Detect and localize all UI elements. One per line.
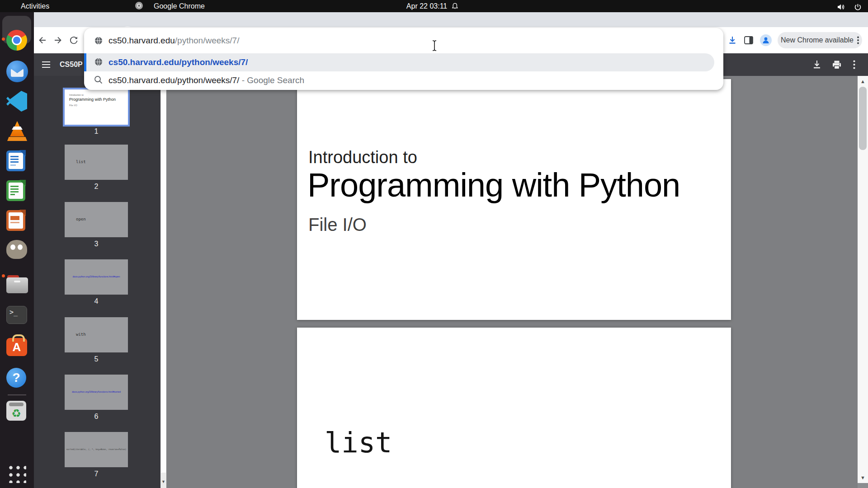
dock-gimp-icon[interactable] [6,240,28,262]
dock-lowriter-icon[interactable] [6,150,28,172]
back-arrow-icon [38,36,47,45]
scroll-down-arrow-icon[interactable]: ▼ [858,473,868,482]
page-number-5: 5 [65,355,128,363]
page-number-3: 3 [65,240,128,248]
dock-help-icon[interactable]: ? [6,368,28,389]
kebab-menu-icon [853,60,855,69]
dock-thunderbird-icon[interactable] [6,61,28,82]
gnome-top-bar: Activities Google Chrome Apr 22 03:11 [0,0,868,12]
omnibox-dropdown: cs50.harvard.edu/python/weeks/7/ cs50.ha… [84,28,723,90]
dock-trash-icon[interactable]: ♻ [6,401,28,422]
download-icon [727,35,737,45]
thumbnail-page-4[interactable]: docs.python.org/3/library/functions.html… [65,259,128,295]
scroll-up-arrow-icon[interactable]: ▲ [858,77,868,86]
side-panel-icon [744,36,753,44]
dock-show-apps-icon[interactable] [6,463,28,485]
hamburger-menu-icon [42,61,51,68]
thumbnail-page-7[interactable]: sorted(iterable, /, *, key=None, reverse… [65,432,128,467]
thumb6-link-text: docs.python.org/3/library/functions.html… [65,390,128,393]
dock-software-icon[interactable]: A [6,338,28,360]
slide2-title: list [325,426,392,459]
thumb1-line2: Programming with Python [69,97,128,102]
reload-icon [69,36,78,45]
dock-files-icon[interactable] [6,275,28,297]
main-scrollbar-thumb[interactable] [859,87,867,150]
dock-localc-icon[interactable] [6,180,28,202]
pdf-page-2: list [297,328,731,488]
reload-button[interactable] [67,33,80,47]
pdf-menu-button[interactable] [39,58,53,71]
kebab-menu-icon [857,36,859,44]
focused-app-icon [135,2,143,10]
clock-label: Apr 22 03:11 [406,2,447,10]
dock-vscode-icon[interactable] [6,91,28,113]
activities-button[interactable]: Activities [21,0,49,12]
thumb4-link-text: docs.python.org/3/library/functions.html… [65,275,128,278]
slide1-title: Programming with Python [307,166,680,204]
page-number-1: 1 [65,127,128,136]
power-icon[interactable] [854,2,862,14]
thumb5-text: with [76,332,86,337]
dock-separator [8,394,26,395]
pdf-download-button[interactable] [810,58,824,71]
thumbnail-page-6[interactable]: docs.python.org/3/library/functions.html… [65,375,128,410]
thumb3-text: open [76,217,86,221]
download-button[interactable] [726,33,739,47]
slide1-kicker: Introduction to [308,148,417,167]
pdf-thumbnail-sidebar: Introduction to Programming with Python … [34,76,166,488]
files-running-indicator [2,274,5,277]
dock: >_ A ? ♻ [0,12,34,488]
download-icon [813,60,821,69]
suggestion-search-query: cs50.harvard.edu/python/weeks/7/ [108,75,239,85]
dock-terminal-icon[interactable]: >_ [6,306,28,328]
back-button[interactable] [36,33,49,47]
suggestion-search-text: cs50.harvard.edu/python/weeks/7/ - Googl… [108,75,304,85]
chrome-update-button[interactable]: New Chrome available [778,32,862,48]
sidebar-scrollbar-thumb[interactable] [161,89,166,473]
scroll-down-arrow-icon[interactable]: ▼ [161,479,166,484]
pdf-content-area: Introduction to Programming with Python … [166,76,858,488]
focused-app-title: Google Chrome [154,0,205,12]
side-panel-button[interactable] [742,33,755,47]
sidebar-scrollbar[interactable]: ▼ [160,76,166,488]
volume-icon[interactable] [837,2,845,14]
update-pill-label: New Chrome available [781,36,854,44]
url-text: cs50.harvard.edu/python/weeks/7/ [108,36,239,46]
thumbnail-page-1[interactable]: Introduction to Programming with Python … [65,89,128,125]
url-host: cs50.harvard.edu [108,36,175,45]
url-path: /python/weeks/7/ [175,36,240,45]
profile-avatar[interactable] [760,34,772,46]
pdf-page-1: Introduction to Programming with Python … [297,79,731,320]
pdf-print-button[interactable] [830,58,844,71]
printer-icon [832,61,841,69]
tab-strip: CS50P 2022 - Lecture 6 - F [34,12,868,27]
page-number-6: 6 [65,413,128,421]
url-input[interactable]: cs50.harvard.edu/python/weeks/7/ [84,28,723,53]
suggestion-search[interactable]: cs50.harvard.edu/python/weeks/7/ - Googl… [84,71,714,89]
main-scrollbar[interactable]: ▲ ▼ [858,76,868,488]
ibeam-cursor [432,40,437,53]
slide1-subtitle: File I/O [308,215,367,235]
thumb7-text: sorted(iterable, /, *, key=None, reverse… [65,448,128,450]
page-number-4: 4 [65,297,128,305]
page-number-7: 7 [65,470,128,478]
thumbnail-page-2[interactable]: list [65,145,128,180]
scrollbar-corner [858,483,868,488]
thumb1-line3: File I/O [69,104,128,107]
thumbnail-page-3[interactable]: open [65,202,128,237]
dock-chrome-icon[interactable] [6,30,28,52]
forward-arrow-icon [53,36,62,45]
forward-button[interactable] [51,33,65,47]
page-number-2: 2 [65,183,128,191]
thumb1-line1: Introduction to [69,94,128,96]
suggestion-url[interactable]: cs50.harvard.edu/python/weeks/7/ [84,53,714,71]
dock-vlc-icon[interactable] [6,121,28,143]
chrome-running-indicator [2,38,5,41]
clock-menu[interactable]: Apr 22 03:11 [406,0,458,12]
thumbnail-page-5[interactable]: with [65,317,128,352]
search-icon [94,75,103,86]
thumb2-text: list [76,160,86,164]
suggestion-url-text: cs50.harvard.edu/python/weeks/7/ [108,57,248,67]
dock-loimpress-icon[interactable] [6,210,28,232]
pdf-more-options-button[interactable] [847,58,861,71]
